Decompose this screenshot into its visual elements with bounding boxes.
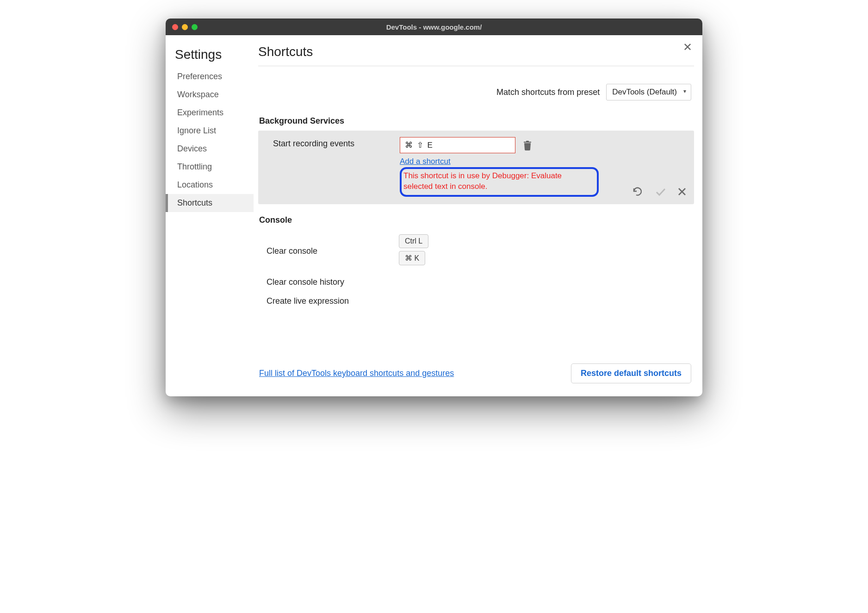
close-icon[interactable]: ✕ [683, 42, 692, 53]
preset-label: Match shortcuts from preset [496, 88, 600, 97]
preset-select[interactable]: DevTools (Default) [606, 84, 691, 100]
shortcut-row-label: Start recording events [266, 137, 391, 149]
window-title: DevTools - www.google.com/ [166, 23, 702, 31]
section-header-background-services: Background Services [258, 113, 694, 131]
undo-icon[interactable] [632, 187, 644, 197]
footer: Full list of DevTools keyboard shortcuts… [258, 352, 694, 385]
trash-icon[interactable] [523, 140, 532, 150]
cancel-icon[interactable] [677, 187, 687, 196]
add-shortcut-link[interactable]: Add a shortcut [400, 153, 687, 166]
sidebar-item-devices[interactable]: Devices [166, 140, 254, 158]
shortcut-row-clear-console[interactable]: Clear console Ctrl L ⌘ K [258, 230, 694, 273]
shortcut-edit-block: Start recording events ⌘ ⇧ E Add a short… [258, 131, 694, 204]
shortcut-row-clear-console-history[interactable]: Clear console history [258, 273, 694, 292]
row-label: Create live expression [267, 296, 399, 306]
sidebar-item-ignore-list[interactable]: Ignore List [166, 122, 254, 140]
shortcut-row-create-live-expression[interactable]: Create live expression [258, 292, 694, 311]
sidebar-item-experiments[interactable]: Experiments [166, 104, 254, 122]
page-title: Shortcuts [258, 44, 694, 66]
preset-row: Match shortcuts from preset DevTools (De… [258, 66, 694, 113]
sidebar-item-preferences[interactable]: Preferences [166, 68, 254, 86]
devtools-settings-window: DevTools - www.google.com/ ✕ Settings Pr… [166, 19, 702, 396]
traffic-lights [172, 24, 198, 30]
window-close-button[interactable] [172, 24, 178, 30]
preset-select-value: DevTools (Default) [612, 88, 677, 96]
sidebar-item-throttling[interactable]: Throttling [166, 158, 254, 176]
content: ✕ Settings Preferences Workspace Experim… [166, 35, 702, 396]
confirm-icon[interactable] [655, 187, 666, 197]
section-header-console: Console [258, 213, 694, 230]
titlebar: DevTools - www.google.com/ [166, 19, 702, 35]
sidebar-item-locations[interactable]: Locations [166, 176, 254, 194]
key-list: Ctrl L ⌘ K [399, 234, 432, 268]
shortcut-conflict-warning: This shortcut is in use by Debugger: Eva… [400, 167, 599, 197]
window-zoom-button[interactable] [192, 24, 198, 30]
shortcut-input[interactable]: ⌘ ⇧ E [400, 137, 515, 153]
sidebar-item-shortcuts[interactable]: Shortcuts [166, 194, 254, 212]
key-chip: Ctrl L [399, 234, 428, 248]
sidebar-title: Settings [166, 44, 254, 68]
row-label: Clear console history [267, 277, 399, 287]
row-label: Clear console [267, 246, 399, 256]
sidebar-item-workspace[interactable]: Workspace [166, 86, 254, 104]
restore-defaults-button[interactable]: Restore default shortcuts [571, 363, 691, 383]
window-minimize-button[interactable] [182, 24, 188, 30]
full-shortcut-list-link[interactable]: Full list of DevTools keyboard shortcuts… [259, 369, 454, 378]
warning-text: This shortcut is in use by Debugger: Eva… [403, 171, 591, 192]
sidebar: Settings Preferences Workspace Experimen… [166, 35, 254, 396]
main-panel: Shortcuts Match shortcuts from preset De… [254, 35, 702, 396]
key-chip: ⌘ K [399, 251, 425, 265]
edit-action-icons [632, 187, 687, 197]
